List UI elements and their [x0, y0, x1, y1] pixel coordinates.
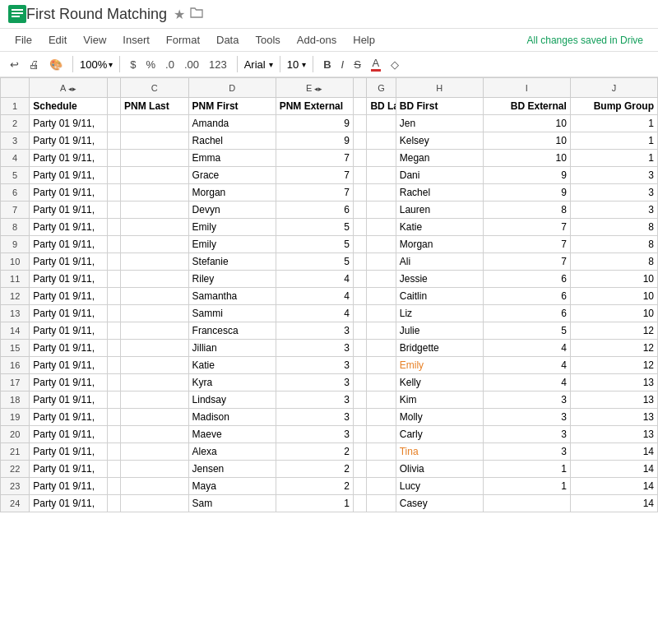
cell-b8[interactable] — [107, 219, 120, 236]
cell-c12[interactable] — [121, 288, 188, 305]
cell-e24[interactable]: 1 — [276, 495, 353, 512]
cell-g7[interactable] — [367, 202, 396, 219]
cell-f17[interactable] — [353, 374, 366, 391]
cell-h17[interactable]: Kelly — [396, 374, 483, 391]
cell-g15[interactable] — [367, 340, 396, 357]
cell-i23[interactable]: 1 — [483, 478, 570, 495]
cell-h15[interactable]: Bridgette — [396, 340, 483, 357]
cell-f22[interactable] — [353, 461, 366, 478]
cell-i21[interactable]: 3 — [483, 443, 570, 461]
cell-h16[interactable]: Emily — [396, 357, 483, 374]
cell-f18[interactable] — [353, 391, 366, 409]
cell-g19[interactable] — [367, 409, 396, 426]
row-num-5[interactable]: 5 — [1, 167, 30, 184]
cell-b14[interactable] — [107, 322, 120, 340]
cell-g14[interactable] — [367, 322, 396, 340]
font-dropdown-icon[interactable]: ▾ — [269, 60, 273, 69]
col-header-a[interactable]: A ◂▸ — [30, 78, 107, 98]
cell-g9[interactable] — [367, 236, 396, 253]
cell-c7[interactable] — [121, 202, 188, 219]
cell-h6[interactable]: Rachel — [396, 184, 483, 202]
cell-c4[interactable] — [121, 150, 188, 167]
cell-i5[interactable]: 9 — [483, 167, 570, 184]
cell-b2[interactable] — [107, 115, 120, 132]
cell-b16[interactable] — [107, 357, 120, 374]
cell-g21[interactable] — [367, 443, 396, 461]
cell-b22[interactable] — [107, 461, 120, 478]
cell-b15[interactable] — [107, 340, 120, 357]
italic-button[interactable]: I — [338, 57, 348, 72]
row-num-10[interactable]: 10 — [1, 253, 30, 271]
decimal-increase-button[interactable]: .00 — [181, 57, 202, 72]
row-num-15[interactable]: 15 — [1, 340, 30, 357]
cell-b4[interactable] — [107, 150, 120, 167]
cell-i12[interactable]: 6 — [483, 288, 570, 305]
cell-f24[interactable] — [353, 495, 366, 512]
cell-g1[interactable]: BD Last — [367, 98, 396, 115]
cell-f11[interactable] — [353, 271, 366, 288]
cell-c20[interactable] — [121, 426, 188, 443]
row-num-21[interactable]: 21 — [1, 443, 30, 461]
cell-g22[interactable] — [367, 461, 396, 478]
cell-c3[interactable] — [121, 132, 188, 150]
cell-d18[interactable]: Lindsay — [188, 391, 276, 409]
cell-g11[interactable] — [367, 271, 396, 288]
cell-e22[interactable]: 2 — [276, 461, 353, 478]
cell-e2[interactable]: 9 — [276, 115, 353, 132]
cell-c2[interactable] — [121, 115, 188, 132]
cell-h20[interactable]: Carly — [396, 426, 483, 443]
cell-a19[interactable]: Party 01 9/11, — [30, 409, 107, 426]
cell-a7[interactable]: Party 01 9/11, — [30, 202, 107, 219]
cell-b17[interactable] — [107, 374, 120, 391]
cell-h3[interactable]: Kelsey — [396, 132, 483, 150]
cell-c22[interactable] — [121, 461, 188, 478]
row-num-3[interactable]: 3 — [1, 132, 30, 150]
cell-f2[interactable] — [353, 115, 366, 132]
cell-j19[interactable]: 13 — [570, 409, 657, 426]
cell-g3[interactable] — [367, 132, 396, 150]
menu-file[interactable]: File — [8, 30, 39, 49]
cell-g12[interactable] — [367, 288, 396, 305]
row-num-24[interactable]: 24 — [1, 495, 30, 512]
cell-e19[interactable]: 3 — [276, 409, 353, 426]
cell-j13[interactable]: 10 — [570, 305, 657, 322]
cell-c10[interactable] — [121, 253, 188, 271]
cell-c8[interactable] — [121, 219, 188, 236]
cell-i9[interactable]: 7 — [483, 236, 570, 253]
cell-j1[interactable]: Bump Group — [570, 98, 657, 115]
cell-j15[interactable]: 12 — [570, 340, 657, 357]
cell-f5[interactable] — [353, 167, 366, 184]
row-num-4[interactable]: 4 — [1, 150, 30, 167]
cell-d15[interactable]: Jillian — [188, 340, 276, 357]
cell-a13[interactable]: Party 01 9/11, — [30, 305, 107, 322]
cell-a2[interactable]: Party 01 9/11, — [30, 115, 107, 132]
cell-j2[interactable]: 1 — [570, 115, 657, 132]
cell-f6[interactable] — [353, 184, 366, 202]
percent-button[interactable]: % — [142, 57, 159, 72]
cell-h22[interactable]: Olivia — [396, 461, 483, 478]
cell-h23[interactable]: Lucy — [396, 478, 483, 495]
cell-j10[interactable]: 8 — [570, 253, 657, 271]
zoom-selector[interactable]: 100% ▾ — [80, 58, 113, 71]
cell-d14[interactable]: Francesca — [188, 322, 276, 340]
cell-h5[interactable]: Dani — [396, 167, 483, 184]
cell-a23[interactable]: Party 01 9/11, — [30, 478, 107, 495]
cell-e18[interactable]: 3 — [276, 391, 353, 409]
cell-d2[interactable]: Amanda — [188, 115, 276, 132]
font-size-dropdown-icon[interactable]: ▾ — [302, 60, 306, 69]
row-num-11[interactable]: 11 — [1, 271, 30, 288]
cell-i24[interactable] — [483, 495, 570, 512]
cell-i18[interactable]: 3 — [483, 391, 570, 409]
cell-g24[interactable] — [367, 495, 396, 512]
menu-addons[interactable]: Add-ons — [290, 30, 343, 49]
cell-e17[interactable]: 3 — [276, 374, 353, 391]
cell-b23[interactable] — [107, 478, 120, 495]
cell-j22[interactable]: 14 — [570, 461, 657, 478]
cell-d1[interactable]: PNM First — [188, 98, 276, 115]
col-header-d[interactable]: D — [188, 78, 276, 98]
row-num-20[interactable]: 20 — [1, 426, 30, 443]
cell-g10[interactable] — [367, 253, 396, 271]
cell-e8[interactable]: 5 — [276, 219, 353, 236]
cell-a8[interactable]: Party 01 9/11, — [30, 219, 107, 236]
cell-h18[interactable]: Kim — [396, 391, 483, 409]
